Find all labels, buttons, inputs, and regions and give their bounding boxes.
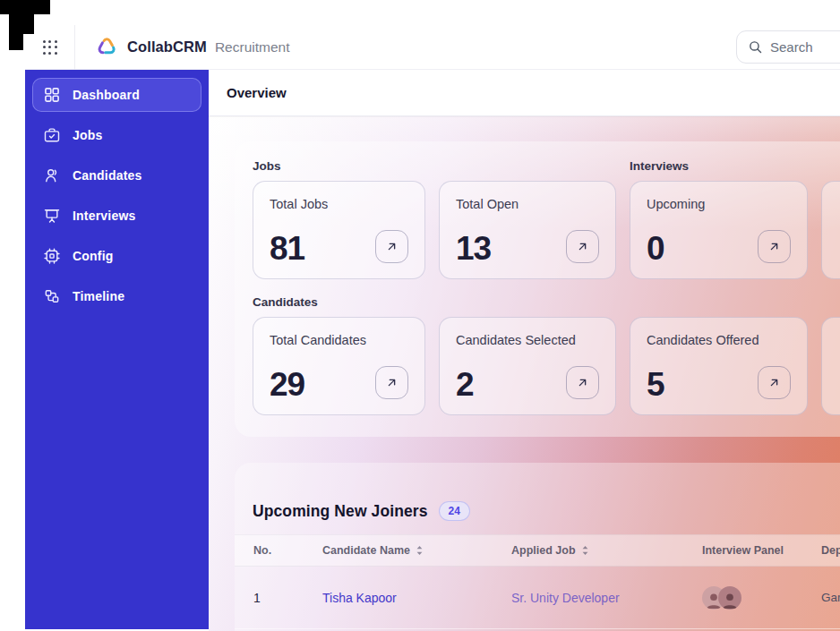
sidebar-item-timeline[interactable]: Timeline <box>32 279 201 313</box>
stat-label: Upcoming <box>647 197 791 211</box>
column-header-applied-job[interactable]: Applied Job <box>511 544 702 557</box>
table-row[interactable]: 1 Tisha Kapoor Sr. Unity Developer Gan <box>235 567 840 629</box>
sidebar-item-candidates[interactable]: Candidates <box>32 158 201 192</box>
open-total-jobs-button[interactable] <box>375 230 408 263</box>
open-total-candidates-button[interactable] <box>375 366 408 399</box>
stat-card-total-candidates: Total Candidates 29 <box>253 317 425 415</box>
stat-value: 2 <box>456 370 474 399</box>
stats-group-interviews-label: Interviews <box>630 158 808 175</box>
column-header-department: Department <box>821 544 840 557</box>
cell-candidate-name[interactable]: Tisha Kapoor <box>322 591 511 605</box>
screenshot-glitch-artifact <box>0 0 51 52</box>
app-window: CollabCRM Recruitment Dashboard <box>0 0 840 631</box>
sidebar-item-interviews[interactable]: Interviews <box>32 199 201 233</box>
dashboard-content: Jobs Interviews Total Jobs 81 <box>209 116 840 631</box>
arrow-up-right-icon <box>767 240 781 253</box>
brand-name: CollabCRM <box>127 38 207 55</box>
stat-label: Candidates Selected <box>456 333 599 347</box>
sidebar-item-jobs[interactable]: Jobs <box>32 118 201 152</box>
stat-card-upcoming-interviews: Upcoming 0 <box>630 181 808 279</box>
stat-card-clipped <box>821 181 840 279</box>
sidebar-item-dashboard[interactable]: Dashboard <box>32 78 201 112</box>
sidebar-item-label: Candidates <box>73 168 141 183</box>
stat-value: 81 <box>270 234 304 263</box>
sort-icon <box>580 545 590 556</box>
sidebar: Dashboard Jobs Candidates Int <box>25 70 209 629</box>
cell-interview-panel <box>702 586 821 610</box>
stats-panel: Jobs Interviews Total Jobs 81 <box>235 141 840 437</box>
main-area: Overview Jobs Interviews Total Jobs 81 <box>209 70 840 631</box>
cell-applied-job[interactable]: Sr. Unity Developer <box>511 591 702 605</box>
stat-card-clipped <box>821 317 840 415</box>
page-header: Overview <box>209 70 840 116</box>
briefcase-check-icon <box>43 126 61 144</box>
sidebar-item-label: Interviews <box>73 209 135 223</box>
stats-group-candidates-label: Candidates <box>253 294 425 311</box>
stat-card-total-open: Total Open 13 <box>439 181 616 279</box>
product-name: Recruitment <box>215 39 290 55</box>
panelist-avatar[interactable] <box>718 586 741 610</box>
joiners-title: Upcoming New Joiners <box>253 500 428 522</box>
page-title: Overview <box>227 85 287 100</box>
chip-icon <box>43 247 61 265</box>
column-header-interview-panel: Interview Panel <box>702 544 821 557</box>
sidebar-item-label: Dashboard <box>73 88 140 102</box>
flow-icon <box>43 287 61 305</box>
arrow-up-right-icon <box>576 240 589 253</box>
stat-card-candidates-selected: Candidates Selected 2 <box>439 317 616 415</box>
cell-row-number: 1 <box>253 591 322 605</box>
stat-label: Total Candidates <box>270 333 408 347</box>
stat-label: Total Open <box>456 197 599 211</box>
stat-value: 29 <box>270 370 304 399</box>
search-input[interactable] <box>770 39 836 55</box>
table-header-row: No. Candidate Name Applied Job Interview… <box>235 534 840 567</box>
search-icon <box>748 39 763 55</box>
stat-value: 0 <box>647 234 664 263</box>
stat-card-total-jobs: Total Jobs 81 <box>253 181 425 279</box>
stats-group-jobs-label: Jobs <box>253 158 425 175</box>
arrow-up-right-icon <box>576 376 589 389</box>
brand: CollabCRM Recruitment <box>95 36 289 58</box>
stat-label: Candidates Offered <box>647 333 791 347</box>
open-total-open-button[interactable] <box>566 230 599 263</box>
sort-icon <box>415 545 424 556</box>
arrow-up-right-icon <box>385 376 399 389</box>
stat-label: Total Jobs <box>270 197 408 211</box>
arrow-up-right-icon <box>385 240 399 253</box>
header-divider <box>74 25 75 70</box>
collabcrm-logo-icon <box>95 36 119 58</box>
open-candidates-offered-button[interactable] <box>758 366 791 399</box>
cell-department: Gan <box>821 591 840 604</box>
person-icon <box>43 166 61 184</box>
stat-card-candidates-offered: Candidates Offered 5 <box>630 317 808 415</box>
column-header-candidate-name[interactable]: Candidate Name <box>322 544 511 557</box>
column-header-no: No. <box>253 544 322 557</box>
stat-value: 13 <box>456 234 491 263</box>
open-upcoming-interviews-button[interactable] <box>758 230 791 263</box>
search-box[interactable] <box>736 30 840 64</box>
app-header: CollabCRM Recruitment <box>25 25 840 70</box>
sidebar-item-label: Jobs <box>73 128 102 142</box>
sidebar-item-label: Timeline <box>73 289 124 303</box>
arrow-up-right-icon <box>767 376 781 389</box>
open-candidates-selected-button[interactable] <box>566 366 599 399</box>
presentation-icon <box>43 207 61 225</box>
sidebar-item-label: Config <box>73 249 114 263</box>
sidebar-item-config[interactable]: Config <box>32 239 201 273</box>
joiners-count-badge: 24 <box>439 501 470 521</box>
stat-value: 5 <box>647 370 664 399</box>
dashboard-grid-icon <box>43 86 61 104</box>
upcoming-joiners-panel: Upcoming New Joiners 24 No. Candidate Na… <box>235 463 840 631</box>
